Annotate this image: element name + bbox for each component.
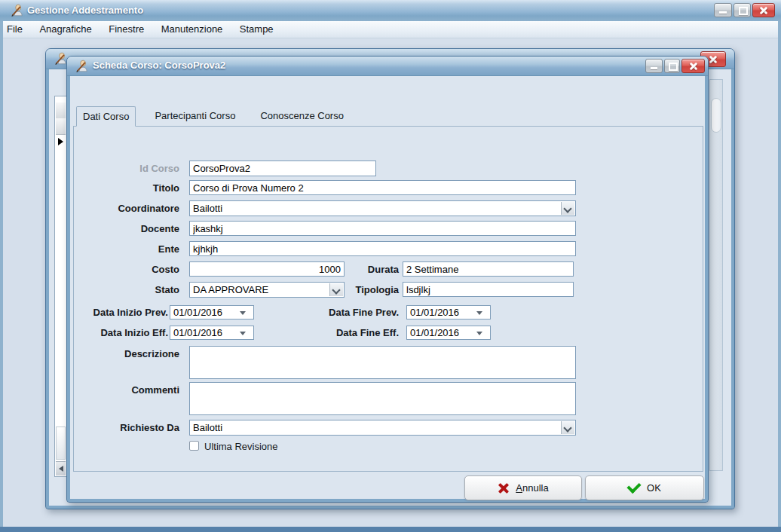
background-grid[interactable]: [54, 96, 67, 477]
coordinatore-combo[interactable]: Bailotti: [189, 200, 576, 216]
descrizione-label: Descrizione: [75, 348, 179, 359]
titolo-input[interactable]: [189, 180, 576, 195]
child-window-title: Scheda Corso: CorsoProva2: [93, 60, 225, 71]
main-window-bottom-border: [0, 527, 781, 532]
child-window: Scheda Corso: CorsoProva2 Dati Corso Par…: [66, 56, 709, 503]
docente-label: Docente: [75, 223, 179, 234]
menu-item-anagrafiche[interactable]: Anagrafiche: [32, 21, 98, 37]
ente-label: Ente: [75, 243, 179, 255]
background-vertical-scrollbar[interactable]: [709, 79, 723, 471]
main-window-right-border: [778, 21, 781, 532]
coordinatore-value: Bailotti: [193, 203, 222, 214]
row-indicator-icon: [58, 138, 63, 145]
richiesto-da-label: Richiesto Da: [75, 422, 179, 433]
data-inizio-eff-label: Data Inizio Eff.: [67, 327, 168, 338]
main-window-left-border: [0, 21, 3, 532]
data-inizio-prev-label: Data Inizio Prev.: [67, 307, 168, 318]
data-inizio-eff-value: 01/01/2016: [173, 327, 222, 338]
stato-label: Stato: [75, 284, 179, 295]
combo-arrow-button[interactable]: [561, 202, 574, 215]
richiesto-da-value: Bailotti: [193, 422, 222, 433]
ultima-revisione-label: Ultima Revisione: [204, 441, 278, 452]
commenti-textarea[interactable]: [189, 382, 576, 415]
app-icon: [75, 60, 89, 73]
durata-input[interactable]: [403, 261, 574, 277]
triangle-down-icon: [240, 311, 246, 315]
costo-label: Costo: [75, 264, 179, 275]
ok-check-icon: [627, 479, 642, 494]
menu-bar: File Anagrafiche Finestre Manutenzione S…: [0, 21, 781, 38]
ok-button-label: OK: [647, 482, 661, 494]
app-icon: [11, 4, 24, 17]
tab-partecipanti-corso[interactable]: Partecipanti Corso: [149, 106, 241, 127]
data-fine-eff-picker[interactable]: 01/01/2016: [406, 326, 491, 340]
coordinatore-label: Coordinatore: [75, 203, 179, 214]
tab-dati-corso[interactable]: Dati Corso: [76, 106, 136, 127]
chevron-down-icon: [563, 423, 571, 432]
grid-header-cell: [56, 118, 66, 135]
descrizione-textarea[interactable]: [189, 346, 576, 379]
grid-header-cell: [56, 102, 66, 119]
data-fine-prev-value: 01/01/2016: [410, 307, 459, 318]
data-fine-eff-value: 01/01/2016: [410, 327, 459, 338]
data-fine-prev-picker[interactable]: 01/01/2016: [406, 305, 491, 320]
commenti-label: Commenti: [75, 384, 179, 396]
annulla-button-label: Annulla: [516, 482, 548, 494]
data-fine-eff-label: Data Fine Eff.: [290, 327, 399, 338]
scroll-left-button[interactable]: [56, 461, 66, 475]
menu-item-stampe[interactable]: Stampe: [233, 21, 280, 37]
data-inizio-eff-picker[interactable]: 01/01/2016: [170, 326, 254, 340]
child-window-titlebar[interactable]: Scheda Corso: CorsoProva2: [67, 57, 708, 76]
minimize-button[interactable]: [714, 3, 732, 17]
restore-button[interactable]: [734, 3, 751, 17]
triangle-down-icon: [240, 332, 246, 335]
restore-icon: [739, 7, 748, 15]
ok-button[interactable]: OK: [585, 475, 704, 500]
close-icon: [753, 4, 774, 17]
data-inizio-prev-picker[interactable]: 01/01/2016: [170, 305, 254, 320]
main-window: Gestione Addestramento File Anagrafiche …: [0, 0, 781, 532]
tipologia-input[interactable]: [403, 282, 574, 297]
scrollbar-thumb[interactable]: [56, 427, 66, 460]
stato-value: DA APPROVARE: [193, 284, 268, 295]
id-corso-label: Id Corso: [75, 163, 179, 174]
menu-item-file[interactable]: File: [0, 21, 29, 37]
tab-conoscenze-corso[interactable]: Conoscenze Corso: [254, 106, 350, 127]
main-window-title: Gestione Addestramento: [27, 5, 143, 16]
close-icon: [682, 60, 704, 72]
triangle-down-icon: [476, 332, 482, 335]
ente-input[interactable]: [189, 241, 576, 256]
tab-bar: Dati Corso Partecipanti Corso Conoscenze…: [76, 106, 363, 127]
child-minimize-button[interactable]: [645, 59, 663, 73]
minimize-icon: [719, 11, 727, 14]
chevron-down-icon: [563, 204, 571, 212]
data-fine-prev-label: Data Fine Prev.: [290, 307, 399, 318]
data-inizio-prev-value: 01/01/2016: [173, 307, 222, 318]
triangle-down-icon: [476, 311, 482, 315]
cancel-x-icon: [498, 482, 509, 494]
menu-item-manutenzione[interactable]: Manutenzione: [155, 21, 230, 37]
durata-label: Durata: [290, 264, 399, 275]
close-button[interactable]: [752, 3, 775, 17]
scrollbar-thumb[interactable]: [711, 98, 721, 133]
restore-icon: [669, 63, 678, 71]
tipologia-label: Tipologia: [290, 284, 399, 295]
minimize-icon: [651, 67, 657, 69]
menu-item-finestre[interactable]: Finestre: [102, 21, 151, 37]
richiesto-da-combo[interactable]: Bailotti: [189, 420, 576, 436]
ultima-revisione-checkbox[interactable]: [189, 441, 199, 451]
child-restore-button[interactable]: [664, 59, 680, 73]
combo-arrow-button[interactable]: [561, 421, 574, 434]
annulla-button[interactable]: Annulla: [464, 475, 582, 500]
docente-input[interactable]: [189, 221, 576, 236]
main-titlebar[interactable]: Gestione Addestramento: [0, 0, 781, 22]
id-corso-input[interactable]: [189, 161, 376, 176]
child-close-button[interactable]: [681, 59, 705, 73]
titolo-label: Titolo: [75, 182, 179, 194]
